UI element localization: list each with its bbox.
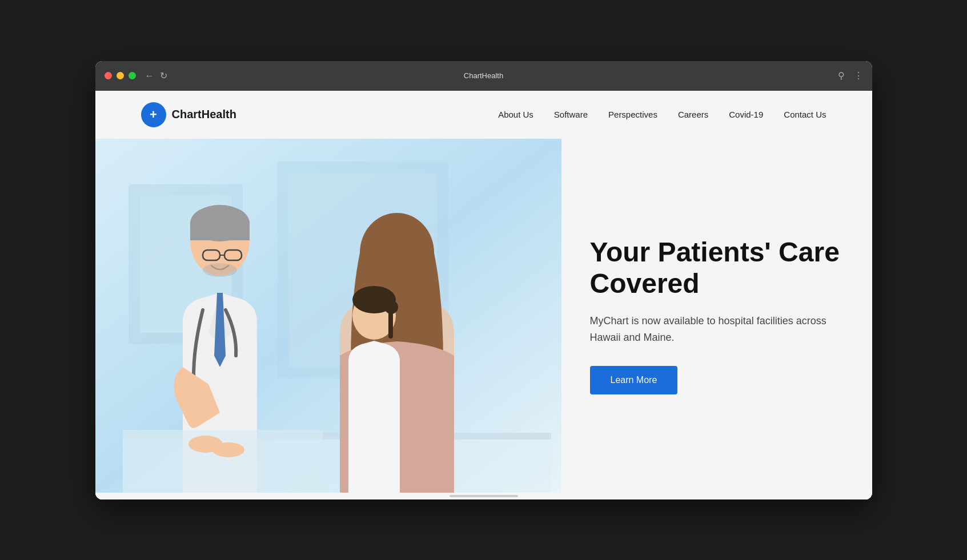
nav-software[interactable]: Software (554, 110, 588, 119)
site-header: + ChartHealth About Us Software Perspect… (95, 91, 872, 139)
scroll-hint (95, 493, 872, 499)
browser-nav: ← ↻ (145, 71, 167, 80)
website-content: + ChartHealth About Us Software Perspect… (95, 91, 872, 499)
traffic-light-yellow[interactable] (117, 72, 124, 79)
scroll-bar[interactable] (450, 495, 518, 497)
traffic-lights (105, 72, 136, 79)
hero-title: Your Patients' Care Covered (590, 236, 844, 299)
back-button[interactable]: ← (145, 71, 154, 80)
logo-area[interactable]: + ChartHealth (141, 102, 236, 127)
nav-about-us[interactable]: About Us (498, 110, 533, 119)
hero-content: Your Patients' Care Covered MyChart is n… (561, 139, 872, 493)
svg-point-22 (212, 442, 244, 457)
traffic-light-red[interactable] (105, 72, 112, 79)
reload-button[interactable]: ↻ (160, 71, 167, 80)
site-nav: About Us Software Perspectives Careers C… (498, 110, 826, 119)
learn-more-button[interactable]: Learn More (590, 366, 678, 394)
hero-subtitle: MyChart is now available to hospital fac… (590, 313, 844, 346)
browser-actions: ⚲ ⋮ (838, 70, 863, 81)
svg-rect-19 (388, 307, 393, 339)
traffic-light-green[interactable] (129, 72, 136, 79)
nav-contact-us[interactable]: Contact Us (784, 110, 826, 119)
hero-image (95, 139, 561, 493)
search-icon[interactable]: ⚲ (838, 70, 845, 81)
hero-section: Your Patients' Care Covered MyChart is n… (95, 139, 872, 493)
nav-careers[interactable]: Careers (678, 110, 708, 119)
nav-perspectives[interactable]: Perspectives (608, 110, 657, 119)
browser-window: ← ↻ ChartHealth ⚲ ⋮ + ChartHealth About … (95, 61, 872, 499)
svg-point-13 (203, 263, 237, 277)
logo-icon: + (141, 102, 166, 127)
more-options-icon[interactable]: ⋮ (854, 70, 863, 81)
browser-chrome: ← ↻ ChartHealth ⚲ ⋮ (95, 61, 872, 91)
nav-covid19[interactable]: Covid-19 (729, 110, 763, 119)
logo-text: ChartHealth (172, 108, 236, 121)
browser-tab-title: ChartHealth (464, 71, 503, 80)
svg-rect-9 (190, 223, 250, 240)
svg-rect-20 (123, 430, 323, 493)
